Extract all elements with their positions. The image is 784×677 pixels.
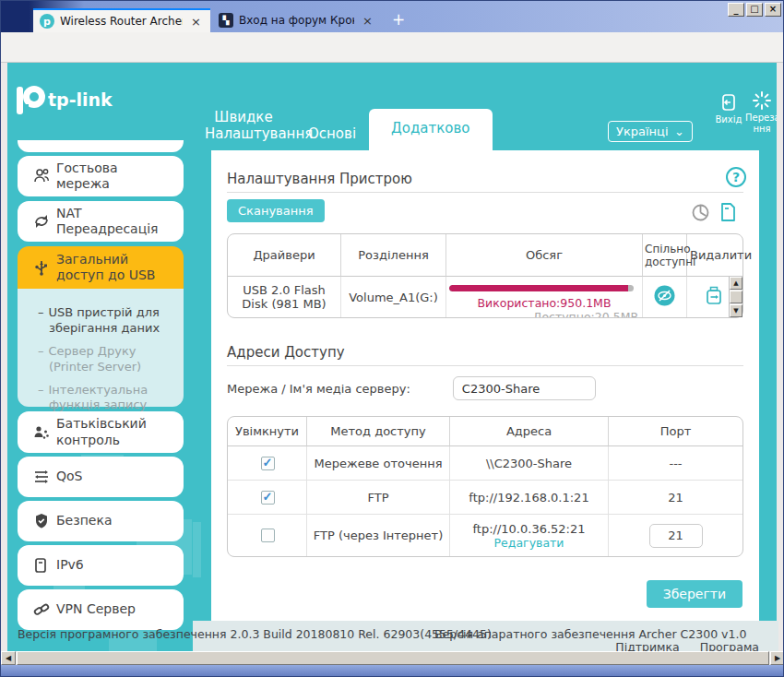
shared-eye-icon[interactable] [653, 284, 676, 307]
table-vertical-scrollbar[interactable]: ▲ ▼ [729, 277, 742, 317]
submenu-item-usb-storage[interactable]: –USB пристрій для зберігання даних [49, 305, 176, 337]
tplink-favicon: p [40, 14, 54, 29]
used-label: Використано:950.1MB [449, 296, 639, 310]
available-label: Доступно:20.5MB [533, 310, 638, 317]
access-address: ftp://10.0.36.52:21 [453, 522, 605, 536]
app-link[interactable]: Програма [700, 640, 759, 651]
window-frame-right [777, 63, 783, 664]
scroll-right-icon[interactable]: ▶ [770, 651, 784, 665]
remove-usb-icon[interactable] [705, 285, 725, 307]
divider [227, 192, 743, 193]
qos-icon [32, 468, 56, 486]
access-port: 21 [608, 481, 742, 515]
sidebar-item-security[interactable]: Безпека [18, 501, 184, 541]
scroll-left-icon[interactable]: ◀ [1, 651, 16, 665]
access-row-ftp: FTP ftp://192.168.0.1:21 21 [228, 481, 742, 515]
minimize-button[interactable]: _ [728, 3, 744, 17]
close-window-button[interactable]: × [765, 3, 781, 17]
remove-cell: ▲ ▼ [686, 277, 742, 317]
refresh-document-icon[interactable] [719, 202, 737, 222]
enable-checkbox[interactable] [261, 491, 275, 505]
nav-basic[interactable]: Основі [295, 118, 369, 150]
device-table: Драйвери Розділення Обсяг Спільно доступ… [227, 233, 743, 318]
tab-router[interactable]: p Wireless Router Archer C2300 × [33, 8, 210, 32]
sidebar-item-label: Гостьова мережа [56, 160, 174, 193]
enable-checkbox[interactable] [261, 529, 275, 542]
svg-text:tp-link: tp-link [48, 89, 113, 110]
window-frame-left [1, 63, 7, 664]
access-method: FTP [306, 481, 449, 515]
access-address: ftp://192.168.0.1:21 [449, 481, 608, 515]
edit-link[interactable]: Редагувати [453, 536, 605, 550]
tab-title: Wireless Router Archer C2300 [60, 15, 183, 28]
sidebar-item-nat[interactable]: NAT Переадресація [18, 201, 184, 242]
shared-cell [642, 277, 686, 317]
sidebar-item-label: NAT Переадресація [56, 206, 174, 238]
access-address: \\C2300-Share [449, 446, 608, 481]
window-titlebar: _ □ × p Wireless Router Archer C2300 × ▚… [1, 1, 784, 32]
col-header: Порт [608, 417, 742, 446]
new-tab-button[interactable]: + [386, 8, 410, 32]
language-select[interactable]: Українці ⌄ [608, 121, 693, 142]
hardware-version: Версія апаратного забезпечення Archer C2… [434, 627, 746, 641]
sidebar-item-guest-network[interactable]: Гостьова мережа [18, 156, 184, 196]
access-row-network: Мережеве оточення \\C2300-Share --- [228, 446, 742, 481]
col-header: Видалити [686, 234, 742, 277]
media-server-name-label: Мережа / Ім'я медіа серверу: [227, 382, 410, 396]
divider [227, 365, 743, 366]
access-addresses-title: Адреси Доступу [227, 344, 345, 361]
close-tab-icon[interactable]: × [360, 14, 375, 28]
usb-icon [32, 258, 56, 277]
media-server-name-input[interactable] [453, 376, 596, 400]
submenu-item-print-server[interactable]: –Сервер Друку (Printer Server) [49, 344, 176, 375]
chevron-down-icon: ⌄ [674, 125, 684, 138]
port-input[interactable] [649, 524, 703, 548]
scan-button[interactable]: Сканування [227, 199, 325, 222]
sidebar-item-label: Загальний доступ до USB [56, 252, 174, 284]
close-tab-icon[interactable]: × [188, 15, 204, 29]
sidebar-item-qos[interactable]: QoS [18, 457, 184, 497]
access-port: --- [608, 446, 742, 481]
sidebar-item-label: Батьківський контроль [56, 416, 174, 448]
sidebar-item-usb-sharing[interactable]: Загальний доступ до USB [18, 246, 184, 289]
safely-remove-pie-icon[interactable] [691, 203, 710, 222]
sidebar-item-partial[interactable] [18, 140, 184, 152]
sidebar-item-label: QoS [56, 469, 82, 485]
nav-advanced[interactable]: Додатково [369, 109, 492, 150]
help-icon[interactable]: ? [726, 167, 746, 187]
enable-checkbox[interactable] [261, 457, 275, 470]
tab-title: Вход на форум Кроковод — Кро [239, 14, 354, 27]
col-header: Метод доступу [306, 417, 449, 446]
sidebar-item-label: IPv6 [56, 557, 84, 574]
sidebar-item-parental-control[interactable]: Батьківський контроль [18, 411, 184, 453]
scroll-up-icon[interactable]: ▲ [730, 277, 742, 290]
parental-control-icon [32, 423, 56, 442]
capacity-cell: Використано:950.1MB Доступно:20.5MB [445, 277, 642, 317]
horizontal-scrollbar[interactable]: ◀ ▶ [1, 651, 784, 665]
nat-forwarding-icon [32, 212, 56, 231]
nav-quick-setup[interactable]: Швидке Налаштування [192, 101, 295, 151]
access-address-cell: ftp://10.0.36.52:21 Редагувати [449, 515, 608, 556]
col-header: Драйвери [228, 234, 340, 277]
col-header: Увімкнути [228, 417, 306, 446]
ipv6-document-icon [32, 556, 56, 575]
sidebar-item-label: Безпека [56, 513, 112, 529]
tab-forum[interactable]: ▚ Вход на форум Кроковод — Кро × [212, 8, 382, 32]
window-frame-bottom [1, 665, 784, 677]
page-header: tp-link Швидке Налаштування Основі Додат… [7, 63, 778, 150]
forum-favicon: ▚ [219, 13, 233, 28]
sidebar-item-ipv6[interactable]: IPv6 [18, 545, 184, 586]
access-table: Увімкнути Метод доступу Адреса Порт Мере… [227, 416, 743, 557]
maximize-button[interactable]: □ [746, 3, 763, 17]
scroll-down-icon[interactable]: ▼ [730, 304, 742, 317]
router-page: tp-link Швидке Налаштування Основі Додат… [7, 63, 778, 651]
tplink-logo: tp-link [15, 79, 125, 122]
save-button[interactable]: Зберегти [647, 580, 742, 608]
logout-button[interactable]: Вихід [710, 93, 747, 125]
col-header: Адреса [449, 417, 608, 446]
shield-check-icon [32, 512, 56, 530]
guest-network-icon [32, 167, 56, 185]
support-link[interactable]: Підтримка [615, 640, 680, 651]
access-method: FTP (через Інтернет) [306, 515, 449, 556]
reboot-button[interactable]: Перезавантаже ння [745, 90, 778, 135]
